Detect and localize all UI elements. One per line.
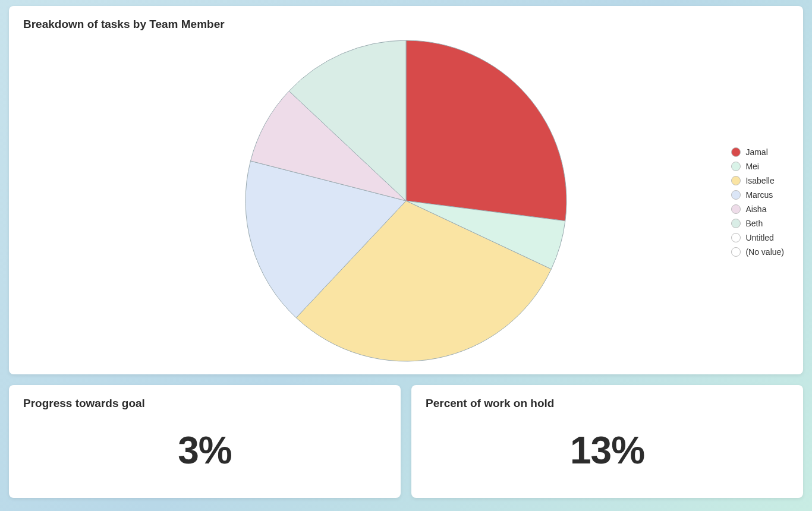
legend-item[interactable]: Isabelle — [731, 176, 784, 185]
pie-legend: JamalMeiIsabelleMarcusAishaBethUntitled(… — [731, 147, 784, 257]
legend-swatch-icon — [731, 176, 741, 185]
progress-goal-value: 3% — [23, 415, 386, 486]
legend-swatch-icon — [731, 219, 741, 228]
legend-label: Marcus — [745, 190, 773, 200]
bottom-row: Progress towards goal 3% Percent of work… — [9, 385, 803, 498]
progress-goal-title: Progress towards goal — [23, 397, 386, 410]
legend-item[interactable]: Beth — [731, 219, 784, 228]
legend-item[interactable]: Jamal — [731, 147, 784, 157]
legend-swatch-icon — [731, 162, 741, 171]
tasks-breakdown-card: Breakdown of tasks by Team Member JamalM… — [9, 6, 803, 374]
legend-label: (No value) — [745, 247, 784, 257]
tasks-breakdown-title: Breakdown of tasks by Team Member — [23, 18, 789, 31]
legend-item[interactable]: Untitled — [731, 233, 784, 242]
legend-label: Beth — [745, 219, 763, 228]
legend-label: Mei — [745, 162, 759, 171]
legend-swatch-icon — [731, 190, 741, 200]
legend-swatch-icon — [731, 233, 741, 242]
legend-label: Isabelle — [745, 176, 774, 185]
work-on-hold-card: Percent of work on hold 13% — [411, 385, 803, 498]
legend-item[interactable]: Aisha — [731, 204, 784, 214]
legend-item[interactable]: Marcus — [731, 190, 784, 200]
legend-item[interactable]: Mei — [731, 162, 784, 171]
legend-swatch-icon — [731, 204, 741, 214]
work-on-hold-title: Percent of work on hold — [426, 397, 789, 410]
legend-item[interactable]: (No value) — [731, 247, 784, 257]
work-on-hold-value: 13% — [426, 415, 789, 486]
legend-label: Untitled — [745, 233, 773, 242]
pie-chart — [240, 34, 572, 370]
legend-swatch-icon — [731, 147, 741, 157]
legend-label: Aisha — [745, 204, 766, 214]
pie-chart-area: JamalMeiIsabelleMarcusAishaBethUntitled(… — [23, 36, 789, 368]
legend-label: Jamal — [745, 147, 767, 157]
pie-slice-jamal — [406, 40, 566, 221]
progress-goal-card: Progress towards goal 3% — [9, 385, 401, 498]
legend-swatch-icon — [731, 247, 741, 257]
